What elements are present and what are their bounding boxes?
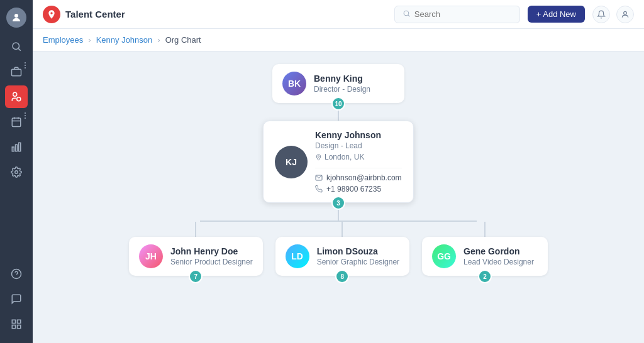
search-icon — [402, 9, 411, 19]
gene-branch: GG Gene Gordon Lead Video Designer 2 — [422, 222, 548, 276]
svg-point-1 — [13, 43, 19, 50]
benny-king-card[interactable]: BK Benny King Director - Design 10 — [272, 64, 404, 103]
benny-badge: 10 — [331, 97, 345, 111]
kenny-avatar: KJ — [275, 146, 308, 178]
svg-point-23 — [318, 155, 319, 156]
john-v-line — [195, 222, 196, 237]
topbar: Talent Center + Add New — [33, 0, 644, 29]
svg-rect-6 — [12, 118, 21, 127]
john-card[interactable]: JH John Henry Doe Senior Product Designe… — [129, 237, 263, 276]
sidebar-item-settings[interactable] — [5, 161, 28, 183]
h-branch-line — [200, 220, 477, 222]
svg-line-21 — [408, 14, 409, 16]
gene-name: Gene Gordon — [464, 246, 534, 256]
kenny-phone: +1 98900 67235 — [326, 185, 381, 193]
sidebar-item-search[interactable] — [5, 35, 28, 58]
breadcrumb-kenny[interactable]: Kenny Johnson — [96, 35, 153, 45]
limon-avatar: LD — [286, 244, 309, 268]
svg-rect-10 — [12, 147, 14, 151]
svg-point-0 — [14, 14, 18, 18]
children-row: JH John Henry Doe Senior Product Designe… — [129, 222, 548, 276]
svg-rect-11 — [16, 144, 18, 151]
limon-card[interactable]: LD Limon DSouza Senior Graphic Designer … — [275, 237, 409, 276]
gene-role: Lead Video Designer — [464, 258, 534, 266]
john-role: Senior Product Designer — [170, 258, 253, 266]
gene-info: Gene Gordon Lead Video Designer — [464, 246, 534, 266]
svg-rect-19 — [18, 325, 21, 329]
kenny-node: KJ Kenny Johnson Design - Lead London, U… — [263, 121, 414, 203]
gene-node: GG Gene Gordon Lead Video Designer 2 — [422, 237, 548, 276]
sidebar-item-chart[interactable] — [5, 136, 28, 158]
svg-rect-18 — [12, 325, 15, 329]
john-avatar: JH — [139, 244, 163, 268]
kenny-role: Design - Lead — [315, 141, 402, 150]
svg-point-5 — [17, 97, 21, 101]
limon-badge: 8 — [335, 270, 349, 283]
search-box[interactable] — [394, 6, 520, 23]
kenny-contact: kjohnson@airbnb.com +1 98900 67235 — [315, 168, 402, 193]
kenny-email-row: kjohnson@airbnb.com — [315, 173, 402, 182]
content-area: BK Benny King Director - Design 10 KJ — [33, 52, 644, 343]
search-input[interactable] — [414, 9, 512, 19]
kenny-phone-row: +1 98900 67235 — [315, 185, 402, 193]
limon-role: Senior Graphic Designer — [317, 258, 399, 266]
user-profile-icon[interactable] — [616, 6, 634, 23]
john-node: JH John Henry Doe Senior Product Designe… — [129, 237, 263, 276]
topbar-actions — [592, 6, 634, 23]
gene-badge: 2 — [478, 270, 492, 283]
sidebar-item-people[interactable] — [5, 85, 28, 108]
limon-node: LD Limon DSouza Senior Graphic Designer … — [275, 237, 409, 276]
notifications-icon[interactable] — [592, 6, 610, 23]
kenny-location-text: London, UK — [325, 153, 364, 161]
limon-v-line — [341, 222, 343, 237]
main-area: Talent Center + Add New Employees › Kenn… — [33, 0, 644, 343]
org-tree: BK Benny King Director - Design 10 KJ — [45, 64, 631, 276]
john-branch: JH John Henry Doe Senior Product Designe… — [129, 222, 263, 276]
svg-rect-3 — [12, 69, 21, 76]
kenny-email: kjohnson@airbnb.com — [326, 173, 402, 182]
limon-info: Limon DSouza Senior Graphic Designer — [317, 246, 399, 266]
svg-point-22 — [624, 11, 627, 14]
svg-point-20 — [404, 11, 409, 16]
children-section: JH John Henry Doe Senior Product Designe… — [129, 220, 548, 276]
svg-rect-16 — [12, 320, 15, 323]
gene-avatar: GG — [432, 244, 456, 268]
app-logo: Talent Center — [43, 6, 125, 23]
gene-v-line — [484, 222, 486, 237]
kenny-badge: 3 — [331, 196, 345, 210]
benny-role: Director - Design — [314, 85, 370, 94]
svg-point-13 — [15, 171, 18, 174]
breadcrumb: Employees › Kenny Johnson › Org Chart — [33, 29, 644, 52]
sidebar-item-calendar-group — [5, 111, 28, 133]
john-name: John Henry Doe — [170, 246, 253, 256]
limon-name: Limon DSouza — [317, 246, 399, 256]
kenny-johnson-card[interactable]: KJ Kenny Johnson Design - Lead London, U… — [263, 121, 414, 203]
kenny-location: London, UK — [315, 153, 402, 161]
sidebar-item-chat[interactable] — [5, 288, 28, 310]
benny-info: Benny King Director - Design — [314, 74, 370, 94]
benny-avatar: BK — [282, 72, 306, 95]
svg-rect-12 — [19, 143, 21, 151]
svg-rect-17 — [18, 320, 21, 323]
kenny-info: Kenny Johnson Design - Lead London, UK k… — [315, 130, 402, 193]
john-info: John Henry Doe Senior Product Designer — [170, 246, 253, 266]
breadcrumb-sep-1: › — [88, 35, 91, 45]
sidebar-bottom — [5, 263, 28, 335]
sidebar — [0, 0, 33, 343]
app-title: Talent Center — [65, 9, 125, 19]
add-new-button[interactable]: + Add New — [528, 6, 585, 23]
user-avatar[interactable] — [6, 8, 26, 28]
kenny-name: Kenny Johnson — [315, 130, 402, 140]
benny-name: Benny King — [314, 74, 370, 84]
sidebar-item-briefcase-group — [5, 60, 28, 83]
gene-card[interactable]: GG Gene Gordon Lead Video Designer 2 — [422, 237, 548, 276]
logo-icon — [43, 6, 60, 23]
breadcrumb-sep-2: › — [157, 35, 160, 45]
breadcrumb-employees[interactable]: Employees — [43, 35, 83, 45]
limon-branch: LD Limon DSouza Senior Graphic Designer … — [275, 222, 409, 276]
john-badge: 7 — [189, 270, 203, 283]
svg-point-4 — [13, 92, 17, 96]
breadcrumb-orgchart: Org Chart — [165, 35, 201, 45]
sidebar-item-grid[interactable] — [5, 313, 28, 335]
sidebar-item-help[interactable] — [5, 263, 28, 285]
